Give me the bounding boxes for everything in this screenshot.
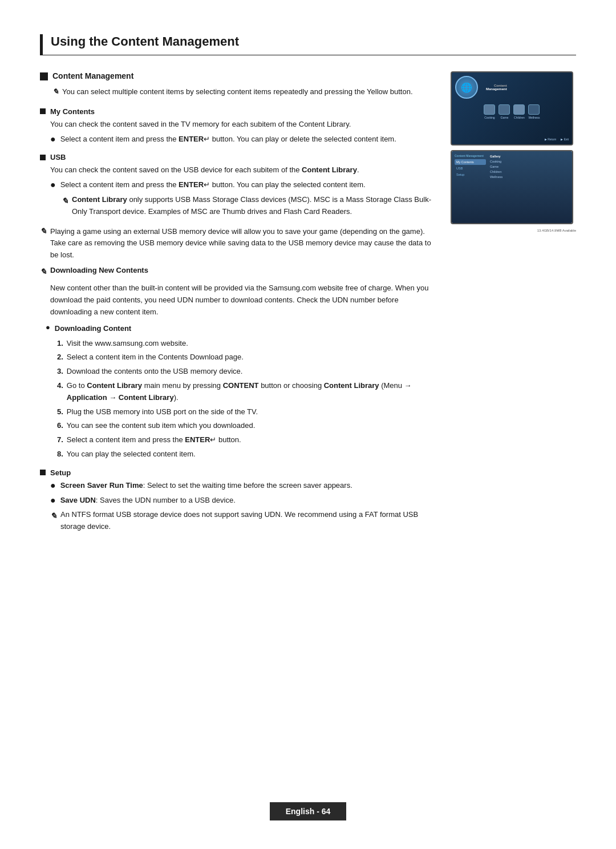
bullet-dot-1: ● bbox=[50, 134, 56, 145]
tv-screen-1: 🌐 Content Management Cooking bbox=[451, 71, 573, 145]
step-8-text: You can play the selected content item. bbox=[67, 448, 196, 460]
note-icon-1: ✎ bbox=[52, 86, 59, 98]
setup-section: Setup ● Screen Saver Run Time: Select to… bbox=[40, 468, 433, 533]
step-4-text: Go to Content Library main menu by press… bbox=[67, 380, 433, 404]
tv-nav-icon-children bbox=[513, 104, 525, 115]
my-contents-bullet-text: Select a content item and press the ENTE… bbox=[60, 134, 396, 145]
tv-sub-children: Children bbox=[489, 169, 569, 174]
step-8: 8. You can play the selected content ite… bbox=[57, 448, 433, 460]
setup-heading: Setup bbox=[50, 468, 71, 477]
tv-nav-game: Game bbox=[499, 104, 510, 119]
tv-screen-2: Content Management My Contents USB Setup… bbox=[451, 150, 573, 224]
tv-menu-setup: Setup bbox=[455, 172, 486, 177]
tv-sub-cooking: Cooking bbox=[489, 159, 569, 164]
tv-btn-exit: ▶ Exit bbox=[561, 138, 569, 141]
tv-screen-2-inner: Content Management My Contents USB Setup… bbox=[452, 151, 572, 223]
tv-nav-icon-cooking bbox=[484, 104, 495, 115]
tv-btn-return: ▶ Return bbox=[545, 138, 556, 141]
tv-menu-usb: USB bbox=[455, 165, 486, 171]
usb-body: You can check the content saved on the U… bbox=[50, 164, 433, 217]
step-1: 1. Visit the www.samsung.com website. bbox=[57, 338, 433, 350]
page: Using the Content Management Content Man… bbox=[0, 0, 616, 849]
tv-nav-label-wellness: Wellness bbox=[528, 116, 540, 119]
downloading-note-symbol: ✎ bbox=[40, 265, 47, 278]
setup-note-text: An NTFS format USB storage device does n… bbox=[60, 509, 433, 533]
tv-sub-wellness: Wellness bbox=[489, 175, 569, 179]
tv-title-area: Content Management bbox=[486, 84, 507, 91]
bullet-dot-4: ● bbox=[50, 480, 56, 492]
page-footer: English - 64 bbox=[0, 802, 616, 820]
tv-menu-my-contents: My Contents bbox=[455, 159, 486, 165]
note-text-1: You can select multiple content items by… bbox=[62, 86, 413, 98]
tv-nav-icon-game bbox=[499, 104, 510, 115]
step-6-text: You can see the content sub item which y… bbox=[67, 420, 256, 432]
my-contents-text: You can check the content saved in the T… bbox=[50, 119, 433, 131]
left-content: Content Management ✎ You can select mult… bbox=[40, 71, 433, 541]
downloading-header: ✎ Downloading New Contents bbox=[40, 265, 433, 278]
setup-note-symbol: ✎ bbox=[50, 510, 57, 522]
bullet-dot-3: ● bbox=[46, 323, 50, 333]
usb-text: You can check the content saved on the U… bbox=[50, 164, 433, 176]
my-contents-body: You can check the content saved in the T… bbox=[50, 119, 433, 145]
my-contents-bullet bbox=[40, 108, 46, 114]
setup-heading-line: Setup bbox=[40, 468, 433, 477]
page-title: Using the Content Management bbox=[51, 34, 576, 49]
tv-image-container: 🌐 Content Management Cooking bbox=[451, 71, 576, 232]
tv-globe-icon: 🌐 bbox=[455, 76, 478, 99]
step-5: 5. Plug the USB memory into USB port on … bbox=[57, 406, 433, 418]
step-1-text: Visit the www.samsung.com website. bbox=[67, 338, 188, 350]
downloading-content-bullet: ● Downloading Content bbox=[46, 323, 433, 335]
usb-heading: USB bbox=[50, 153, 66, 161]
downloading-section: ✎ Downloading New Contents New content o… bbox=[40, 265, 433, 460]
tv-screen-1-inner: 🌐 Content Management Cooking bbox=[452, 72, 572, 144]
footer-badge: English - 64 bbox=[270, 802, 347, 820]
usb-note-symbol-2: ✎ bbox=[40, 227, 47, 236]
tv-nav-label-game: Game bbox=[501, 116, 509, 119]
tv-menu-right: Gallery Cooking Game Children Wellness bbox=[489, 154, 569, 220]
step-6: 6. You can see the content sub item whic… bbox=[57, 420, 433, 432]
tv-nav-label-cooking: Cooking bbox=[484, 116, 495, 119]
tv-nav-icon-wellness bbox=[528, 104, 540, 115]
page-title-section: Using the Content Management bbox=[40, 34, 576, 55]
setup-bullet-1-text: Screen Saver Run Time: Select to set the… bbox=[60, 480, 352, 492]
bullet-dot-5: ● bbox=[50, 495, 56, 507]
usb-bullet-1: ● Select a content item and press the EN… bbox=[50, 179, 433, 191]
tv-nav-wellness: Wellness bbox=[528, 104, 540, 119]
downloading-body: New content other than the built-in cont… bbox=[50, 282, 433, 318]
tv-screens: 🌐 Content Management Cooking bbox=[451, 71, 576, 541]
note-line-1: ✎ You can select multiple content items … bbox=[52, 86, 433, 98]
usb-note-symbol-1: ✎ bbox=[62, 195, 68, 207]
tv-header-row-1: 🌐 Content Management bbox=[455, 76, 569, 99]
content-management-title: Content Management bbox=[52, 71, 133, 80]
step-7-text: Select a content item and press the ENTE… bbox=[67, 434, 241, 446]
step-4: 4. Go to Content Library main menu by pr… bbox=[57, 380, 433, 404]
my-contents-section: My Contents You can check the content sa… bbox=[40, 107, 433, 145]
tv-nav-cooking: Cooking bbox=[484, 104, 495, 119]
tv-sub-game: Game bbox=[489, 164, 569, 169]
usb-note-2: ✎ Playing a game using an external USB m… bbox=[40, 226, 433, 261]
setup-bullet-2-text: Save UDN: Saves the UDN number to a USB … bbox=[60, 495, 236, 507]
usb-heading-line: USB bbox=[40, 153, 433, 161]
usb-bullet-text: Select a content item and press the ENTE… bbox=[60, 179, 366, 191]
tv-storage-info: 13.4GB/14.9MB Available bbox=[451, 229, 576, 232]
tv-menu-left: Content Management My Contents USB Setup bbox=[455, 154, 486, 220]
setup-bullet-2: ● Save UDN: Saves the UDN number to a US… bbox=[50, 495, 433, 507]
setup-bullet bbox=[40, 470, 46, 475]
tv-nav-children: Children bbox=[513, 104, 525, 119]
step-2: 2. Select a content item in the Contents… bbox=[57, 351, 433, 363]
step-3-text: Download the contents onto the USB memor… bbox=[67, 366, 243, 378]
step-3: 3. Download the contents onto the USB me… bbox=[57, 366, 433, 378]
step-5-text: Plug the USB memory into USB port on the… bbox=[67, 406, 258, 418]
my-contents-heading-line: My Contents bbox=[40, 107, 433, 116]
my-contents-heading: My Contents bbox=[50, 107, 95, 116]
setup-bullet-1: ● Screen Saver Run Time: Select to set t… bbox=[50, 480, 433, 492]
steps-list: 1. Visit the www.samsung.com website. 2.… bbox=[57, 338, 433, 460]
my-contents-bullet-1: ● Select a content item and press the EN… bbox=[50, 134, 433, 145]
downloading-label: Downloading New Contents bbox=[50, 265, 148, 277]
main-content: Content Management ✎ You can select mult… bbox=[40, 71, 576, 541]
checkbox-icon bbox=[40, 72, 48, 80]
content-management-heading: Content Management bbox=[40, 71, 433, 80]
step-7: 7. Select a content item and press the E… bbox=[57, 434, 433, 446]
usb-note-text-1: Content Library only supports USB Mass S… bbox=[72, 194, 433, 218]
usb-note-text-2: Playing a game using an external USB mem… bbox=[50, 226, 433, 261]
